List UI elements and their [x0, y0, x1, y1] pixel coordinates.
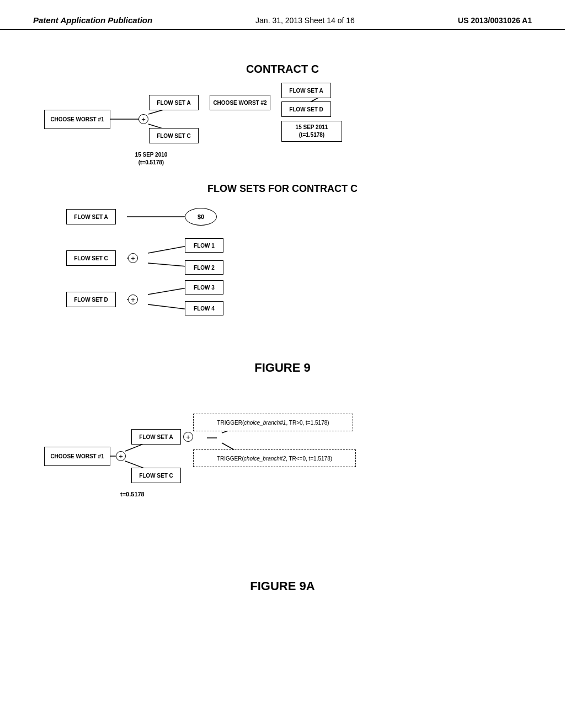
figure9-diagram: CONTRACT C CHOOSE WORST #1 + FLOW SET A … [28, 46, 537, 355]
page-header: Patent Application Publication Jan. 31, … [0, 0, 565, 30]
choose-worst-1-box: CHOOSE WORST #1 [44, 110, 110, 129]
main-content: CONTRACT C CHOOSE WORST #1 + FLOW SET A … [0, 30, 565, 621]
plus-circle-9a-main: + [116, 451, 126, 461]
plus-circle-9a-a: + [183, 432, 193, 442]
flow-sets-label: FLOW SETS FOR CONTRACT C [207, 183, 358, 195]
zero-dollars-oval: $0 [185, 208, 217, 226]
flow4-box: FLOW 4 [185, 301, 223, 315]
flow-set-c-bottom: FLOW SET C [66, 250, 116, 266]
contract-c-title: CONTRACT C [28, 63, 537, 76]
figure9-label: FIGURE 9 [28, 361, 537, 375]
trigger1-box: TRIGGER(choice_branch#1, TR>0, t=1.5178) [193, 414, 353, 431]
date-sheet-label: Jan. 31, 2013 Sheet 14 of 16 [255, 16, 355, 25]
plus-circle-1: + [138, 114, 148, 124]
t-value-9a: t=0.5178 [120, 491, 145, 497]
plus-circle-d: + [128, 295, 138, 304]
flow2-box: FLOW 2 [185, 260, 223, 275]
flow-set-d-right: FLOW SET D [281, 101, 331, 117]
patent-number-label: US 2013/0031026 A1 [458, 16, 532, 25]
publication-label: Patent Application Publication [33, 15, 152, 25]
figure9a-label: FIGURE 9A [28, 579, 537, 593]
figure9a-diagram: CHOOSE WORST #1 + FLOW SET A + FLOW SET … [28, 386, 537, 574]
date1-box: 15 SEP 2010(t=0.5178) [120, 148, 182, 169]
flow-set-c-top: FLOW SET C [149, 128, 199, 143]
choose-worst-2-box: CHOOSE WORST #2 [210, 95, 270, 110]
flow-set-a-right1: FLOW SET A [281, 83, 331, 98]
plus-circle-c: + [128, 253, 138, 263]
flow1-box: FLOW 1 [185, 238, 223, 253]
choose-worst-1-9a: CHOOSE WORST #1 [44, 447, 110, 466]
flow3-box: FLOW 3 [185, 280, 223, 295]
date2-box: 15 SEP 2011(t=1.5178) [281, 121, 342, 142]
flow-set-a-top: FLOW SET A [149, 95, 199, 110]
trigger2-box: TRIGGER(choice_branch#2, TR<=0, t=1.5178… [193, 449, 356, 467]
flow-set-a-9a: FLOW SET A [131, 429, 181, 445]
flow-set-a-bottom: FLOW SET A [66, 209, 116, 224]
flow-set-c-9a: FLOW SET C [131, 468, 181, 483]
flow-set-d-bottom: FLOW SET D [66, 292, 116, 307]
